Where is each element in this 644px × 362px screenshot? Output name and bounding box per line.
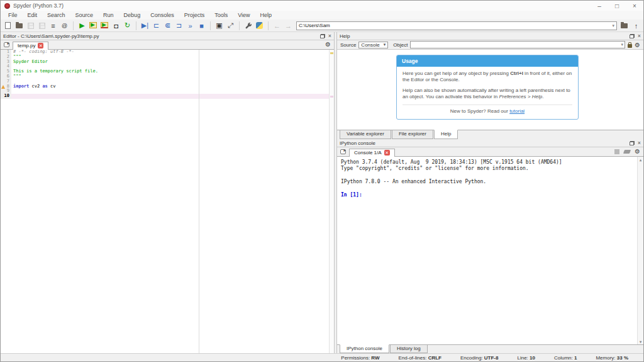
browse-tabs-button[interactable] — [2, 42, 13, 49]
console-tab-label: Console 1/A — [354, 150, 382, 156]
column-79-guide — [199, 50, 199, 353]
help-options-gear-icon[interactable]: ⚙ — [635, 42, 640, 48]
menu-consoles[interactable]: Consoles — [145, 12, 179, 18]
tutorial-link[interactable]: tutorial — [509, 108, 525, 114]
code-line-10[interactable]: 10 — [1, 94, 334, 99]
browse-tabs-icon — [340, 149, 346, 154]
menu-tools[interactable]: Tools — [209, 12, 233, 18]
editor-scrollflag-strip[interactable] — [329, 50, 334, 353]
save-all-button[interactable] — [37, 21, 47, 30]
back-button[interactable]: ← — [272, 21, 282, 30]
open-file-button[interactable] — [14, 21, 24, 30]
step-over-button[interactable]: ⊏ — [152, 21, 161, 30]
tab-variable-explorer[interactable]: Variable explorer — [340, 130, 391, 139]
step-into-button[interactable]: ⋐ — [163, 21, 172, 30]
code-line-2[interactable]: 2""" — [1, 55, 334, 60]
close-pane-icon[interactable]: × — [638, 141, 641, 145]
code-line-5[interactable]: 5This is a temporary script file. — [1, 69, 334, 74]
console-scrollbar[interactable]: ▲ ▼ — [637, 157, 643, 344]
menu-file[interactable]: File — [3, 12, 23, 18]
menu-run[interactable]: Run — [98, 12, 119, 18]
working-directory-value: C:\Users\Sam — [299, 23, 330, 28]
tab-help[interactable]: Help — [434, 130, 458, 139]
run-cell-button[interactable]: ▶ — [89, 21, 98, 30]
find-symbols-button[interactable]: @ — [60, 21, 69, 30]
close-tab-icon[interactable]: ✕ — [38, 43, 43, 48]
debug-file-button[interactable]: ▶| — [140, 21, 150, 30]
tab-file-explorer[interactable]: File explorer — [392, 130, 433, 139]
working-directory-combobox[interactable]: C:\Users\Sam ▾ — [296, 21, 617, 30]
maximize-button[interactable]: □ — [608, 1, 626, 11]
stop-debug-button[interactable]: ■ — [197, 21, 206, 30]
editor-pane-header[interactable]: Editor - C:\Users\Sam\.spyder-py3\temp.p… — [1, 32, 334, 40]
tab-ipython-console[interactable]: IPython console — [340, 344, 389, 353]
step-return-button[interactable]: ⊐ — [174, 21, 184, 30]
help-pane-header[interactable]: Help × — [337, 32, 643, 40]
undock-pane-icon[interactable] — [630, 141, 635, 145]
file-switcher-icon: ≡ — [51, 22, 55, 30]
scroll-down-icon[interactable]: ▼ — [640, 339, 642, 344]
browse-directory-button[interactable] — [619, 21, 629, 30]
fullscreen-icon: ⤢ — [228, 21, 233, 30]
continue-icon: » — [188, 22, 192, 30]
minimize-button[interactable]: – — [591, 1, 608, 11]
console-options-gear-icon[interactable]: ⚙ — [635, 148, 640, 155]
editor-content[interactable]: 1# -*- coding: utf-8 -*-2"""3Spyder Edit… — [1, 50, 334, 353]
code-line-3[interactable]: 3Spyder Editor — [1, 60, 334, 65]
menu-edit[interactable]: Edit — [23, 12, 43, 18]
code-line-8[interactable]: 8import cv2 as cv — [1, 84, 334, 89]
menubar: FileEditSearchSourceRunDebugConsolesProj… — [1, 11, 643, 20]
menu-help[interactable]: Help — [255, 12, 277, 18]
menu-debug[interactable]: Debug — [119, 12, 146, 18]
close-tab-icon[interactable]: ✕ — [384, 150, 390, 156]
console-content[interactable]: Python 3.7.4 (default, Aug 9 2019, 18:34… — [337, 157, 643, 344]
tab-history-log[interactable]: History log — [390, 345, 428, 353]
code-line-1[interactable]: 1# -*- coding: utf-8 -*- — [1, 50, 334, 55]
run-file-button[interactable]: ▶ — [77, 21, 87, 30]
run-selection-button[interactable]: ◘ — [111, 21, 121, 30]
console-tab[interactable]: Console 1/A ✕ — [349, 149, 395, 157]
status-permissions: Permissions: RW — [341, 355, 379, 361]
undock-pane-icon[interactable] — [630, 34, 635, 38]
pythonpath-manager-button[interactable] — [255, 21, 264, 30]
object-combobox[interactable]: ▾ — [410, 41, 625, 48]
source-label: Source — [340, 42, 356, 48]
run-cell-advance-button[interactable]: ▶ — [100, 21, 109, 30]
console-pane-header[interactable]: IPython console × — [337, 139, 643, 147]
close-pane-icon[interactable]: × — [638, 34, 641, 38]
parent-directory-button[interactable]: ↑ — [631, 21, 641, 30]
scroll-up-icon[interactable]: ▲ — [640, 157, 642, 162]
forward-button[interactable]: → — [284, 21, 293, 30]
remove-variables-icon[interactable] — [623, 150, 631, 154]
toolbar: ≡ @ ▶ ▶ ▶ ◘ ↻ ▶| ⊏ ⋐ ⊐ » ■ ▣ ⤢ ← → C:\Us… — [1, 20, 643, 32]
line-number: 3 — [1, 60, 11, 65]
editor-options-gear-icon[interactable]: ⚙ — [325, 41, 331, 48]
menu-search[interactable]: Search — [42, 12, 70, 18]
menu-projects[interactable]: Projects — [179, 12, 210, 18]
close-pane-icon[interactable]: × — [328, 34, 331, 38]
save-file-button[interactable] — [26, 21, 35, 30]
close-button[interactable]: × — [626, 1, 643, 11]
interrupt-kernel-icon[interactable] — [614, 149, 619, 154]
menu-view[interactable]: View — [233, 12, 255, 18]
continue-button[interactable]: » — [186, 21, 195, 30]
run-selection-icon: ◘ — [114, 22, 118, 30]
code-segment: """ — [13, 74, 21, 79]
file-switcher-button[interactable]: ≡ — [48, 21, 58, 30]
undock-pane-icon[interactable] — [321, 34, 325, 38]
menu-source[interactable]: Source — [70, 12, 99, 18]
code-line-9[interactable]: 9 — [1, 89, 334, 94]
spyder-logo-icon — [4, 3, 10, 9]
editor-tab-temp-py[interactable]: temp.py ✕ — [13, 42, 48, 50]
new-file-button[interactable] — [3, 21, 13, 30]
preferences-button[interactable] — [243, 21, 253, 30]
source-select[interactable]: Console ▾ — [358, 42, 388, 48]
rerun-last-cell-button[interactable]: ↻ — [123, 21, 132, 30]
code-segment: # -*- coding: utf-8 -*- — [13, 50, 74, 54]
lock-icon[interactable] — [628, 44, 632, 48]
code-line-6[interactable]: 6""" — [1, 74, 334, 79]
browse-tabs-button[interactable] — [338, 149, 349, 156]
line-number: 1 — [1, 50, 11, 55]
maximize-pane-button[interactable]: ▣ — [214, 21, 224, 30]
fullscreen-button[interactable]: ⤢ — [226, 21, 235, 30]
